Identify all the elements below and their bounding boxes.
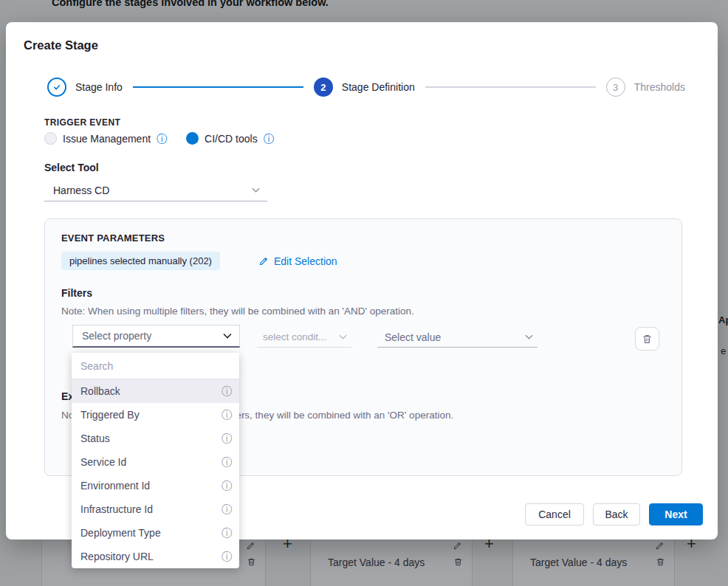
radio-unselected-icon — [44, 132, 57, 145]
trigger-event-options: Issue Management ⓘ CI/CD tools ⓘ — [44, 132, 274, 145]
step-label: Stage Definition — [342, 81, 415, 93]
condition-select-placeholder: select condit... — [263, 331, 326, 342]
dropdown-item-label: Triggered By — [80, 409, 140, 421]
select-tool-label: Select Tool — [44, 162, 99, 173]
radio-label: CI/CD tools — [205, 133, 258, 145]
condition-select[interactable]: select condit... — [257, 327, 351, 348]
modal-title: Create Stage — [24, 38, 98, 52]
dropdown-search — [72, 353, 239, 379]
info-icon[interactable]: ⓘ — [264, 134, 274, 144]
dropdown-item-label: Deployment Type — [80, 527, 161, 539]
wizard-stepper: Stage Info 2 Stage Definition 3 Threshol… — [47, 77, 685, 97]
event-parameters-heading: EVENT PARAMETERS — [61, 232, 165, 244]
tool-select[interactable]: Harness CD — [44, 179, 267, 201]
filters-heading: Filters — [61, 287, 92, 299]
step-stage-info[interactable]: Stage Info — [47, 77, 123, 97]
cancel-button[interactable]: Cancel — [525, 503, 584, 525]
check-icon — [47, 77, 66, 97]
edit-selection-link[interactable]: Edit Selection — [258, 255, 337, 267]
step-label: Stage Info — [75, 81, 123, 93]
step-connector — [133, 86, 303, 88]
info-icon[interactable]: ⓘ — [222, 480, 232, 491]
info-icon[interactable]: ⓘ — [222, 457, 232, 467]
step-stage-definition[interactable]: 2 Stage Definition — [314, 77, 415, 97]
info-icon[interactable]: ⓘ — [222, 528, 232, 538]
radio-selected-icon — [186, 132, 199, 145]
value-select-placeholder: Select value — [385, 331, 441, 343]
pencil-icon — [258, 256, 269, 266]
chevron-down-icon — [223, 333, 232, 339]
selection-badge: pipelines selected manually (202) — [61, 252, 220, 270]
radio-cicd-tools[interactable]: CI/CD tools ⓘ — [186, 132, 274, 145]
property-select[interactable]: Select property — [72, 325, 240, 348]
step-number: 2 — [314, 77, 333, 97]
selection-row: pipelines selected manually (202) Edit S… — [61, 252, 337, 270]
chevron-down-icon — [252, 187, 260, 193]
dropdown-item-label: Repository URL — [80, 551, 154, 562]
delete-filter-button[interactable] — [635, 327, 659, 351]
dropdown-item-label: Infrastructure Id — [80, 503, 153, 515]
dropdown-search-input[interactable] — [80, 360, 230, 372]
chevron-down-icon — [525, 334, 533, 339]
step-label: Thresholds — [634, 81, 685, 93]
dropdown-item-label: Environment Id — [80, 480, 150, 492]
chevron-down-icon — [339, 334, 347, 339]
dropdown-item-label: Status — [80, 432, 110, 444]
edit-selection-label: Edit Selection — [274, 255, 337, 267]
info-icon[interactable]: ⓘ — [157, 134, 167, 144]
dropdown-item-rollback[interactable]: Rollback ⓘ — [72, 379, 239, 403]
dropdown-item-environment-id[interactable]: Environment Id ⓘ — [72, 474, 239, 497]
info-icon[interactable]: ⓘ — [222, 386, 232, 396]
modal-footer: Cancel Back Next — [525, 503, 703, 525]
step-thresholds: 3 Thresholds — [606, 77, 685, 97]
dropdown-item-triggered-by[interactable]: Triggered By ⓘ — [72, 403, 239, 427]
value-select[interactable]: Select value — [377, 327, 538, 348]
step-number: 3 — [606, 77, 625, 97]
tool-select-value: Harness CD — [53, 185, 109, 196]
info-icon[interactable]: ⓘ — [222, 504, 232, 514]
dropdown-item-status[interactable]: Status ⓘ — [72, 427, 239, 450]
info-icon[interactable]: ⓘ — [222, 551, 232, 562]
step-connector — [425, 86, 596, 88]
info-icon[interactable]: ⓘ — [222, 410, 232, 420]
radio-issue-management[interactable]: Issue Management ⓘ — [44, 132, 167, 145]
back-button[interactable]: Back — [593, 503, 640, 525]
trash-icon — [642, 334, 653, 345]
next-button[interactable]: Next — [649, 503, 703, 525]
dropdown-item-label: Service Id — [80, 456, 126, 468]
dropdown-item-deployment-type[interactable]: Deployment Type ⓘ — [72, 521, 239, 545]
dropdown-item-infrastructure-id[interactable]: Infrastructure Id ⓘ — [72, 497, 239, 521]
dropdown-item-service-id[interactable]: Service Id ⓘ — [72, 450, 239, 474]
dropdown-item-repository-url[interactable]: Repository URL ⓘ — [72, 545, 239, 568]
radio-label: Issue Management — [63, 133, 151, 145]
trigger-event-label: TRIGGER EVENT — [44, 117, 120, 128]
filters-note: Note: When using multiple filters, they … — [61, 306, 414, 317]
dropdown-item-label: Rollback — [80, 385, 120, 397]
property-dropdown-menu: Rollback ⓘ Triggered By ⓘ Status ⓘ Servi… — [72, 353, 239, 568]
property-select-placeholder: Select property — [82, 330, 151, 342]
info-icon[interactable]: ⓘ — [222, 433, 232, 444]
